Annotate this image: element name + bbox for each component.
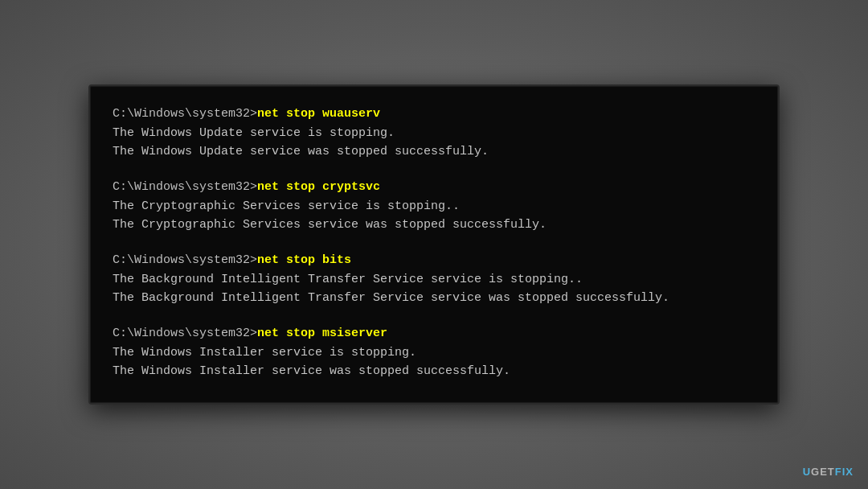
watermark-u: U	[803, 466, 811, 478]
prompt-line-3: C:\Windows\system32>net stop msiserver	[113, 325, 755, 343]
watermark-get: GET	[811, 466, 835, 478]
watermark-fix: FIX	[835, 466, 854, 478]
output-line-2-0: The Background Intelligent Transfer Serv…	[113, 270, 755, 289]
terminal-block-1: C:\Windows\system32>net stop cryptsvcThe…	[113, 179, 755, 234]
terminal-block-0: C:\Windows\system32>net stop wuauservThe…	[113, 105, 755, 161]
watermark: UGETFIX	[803, 466, 854, 478]
prompt-path-1: C:\Windows\system32>	[113, 180, 257, 194]
prompt-line-0: C:\Windows\system32>net stop wuauserv	[113, 105, 755, 124]
prompt-command-0: net stop wuauserv	[257, 107, 380, 121]
terminal-window: C:\Windows\system32>net stop wuauservThe…	[88, 84, 780, 405]
terminal-block-2: C:\Windows\system32>net stop bitsThe Bac…	[113, 252, 755, 307]
prompt-line-1: C:\Windows\system32>net stop cryptsvc	[113, 179, 755, 197]
output-line-2-1: The Background Intelligent Transfer Serv…	[113, 289, 755, 307]
prompt-path-3: C:\Windows\system32>	[113, 327, 257, 340]
prompt-path-2: C:\Windows\system32>	[113, 253, 257, 267]
output-line-1-1: The Cryptographic Services service was s…	[113, 216, 755, 234]
prompt-command-1: net stop cryptsvc	[257, 180, 380, 194]
output-line-3-0: The Windows Installer service is stoppin…	[113, 343, 755, 362]
prompt-command-3: net stop msiserver	[257, 327, 387, 340]
prompt-command-2: net stop bits	[257, 253, 351, 267]
output-line-0-1: The Windows Update service was stopped s…	[113, 142, 755, 161]
prompt-path-0: C:\Windows\system32>	[113, 107, 257, 121]
output-line-1-0: The Cryptographic Services service is st…	[113, 197, 755, 216]
terminal-block-3: C:\Windows\system32>net stop msiserverTh…	[113, 325, 755, 380]
prompt-line-2: C:\Windows\system32>net stop bits	[113, 252, 755, 270]
output-line-0-0: The Windows Update service is stopping.	[113, 124, 755, 142]
output-line-3-1: The Windows Installer service was stoppe…	[113, 362, 755, 380]
